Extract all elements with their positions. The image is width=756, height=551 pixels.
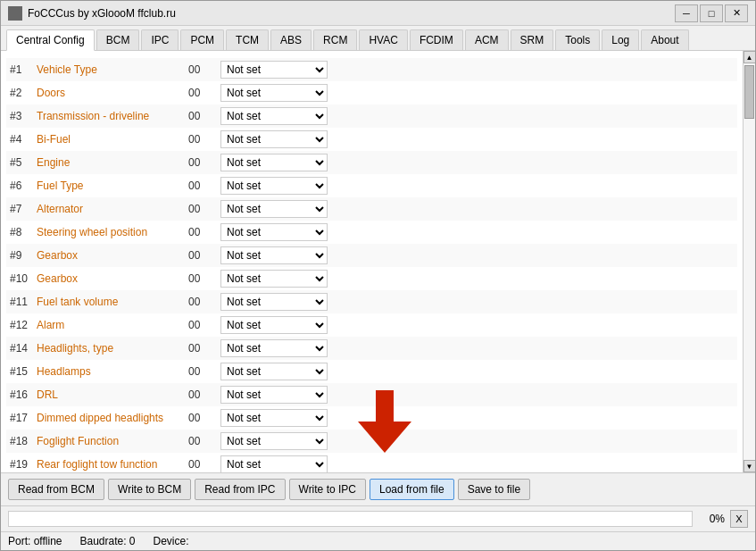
row-select[interactable]: Not setYesNo xyxy=(220,130,328,148)
table-row: #15Headlamps00Not setStandardAdaptive xyxy=(6,360,737,383)
row-label: Headlights, type xyxy=(37,342,188,355)
write-ipc-button[interactable]: Write to IPC xyxy=(289,479,366,500)
row-dropdown-container: Not setStandardHigh output xyxy=(220,200,734,218)
config-scroll[interactable]: #1Vehicle Type00Not setFiestaFocusMondeo… xyxy=(1,51,743,472)
tab-pcm[interactable]: PCM xyxy=(180,29,224,50)
row-number: #3 xyxy=(10,110,37,122)
tab-rcm[interactable]: RCM xyxy=(313,29,357,50)
row-label: Dimmed dipped headlights xyxy=(37,412,188,424)
row-select[interactable]: Not setHalogenXenonLED xyxy=(220,339,328,357)
tab-about[interactable]: About xyxy=(641,29,688,50)
row-number: #2 xyxy=(10,87,37,99)
row-label: Alarm xyxy=(37,319,188,331)
tab-acm[interactable]: ACM xyxy=(465,29,509,50)
row-select[interactable]: Not setFWDRWDAWD xyxy=(220,107,328,125)
progress-percent: 0% xyxy=(698,513,725,525)
row-select[interactable]: Not setNoneBasicAdvanced xyxy=(220,316,328,334)
read-bcm-button[interactable]: Read from BCM xyxy=(8,479,104,500)
window-title: FoCCCus by xGloooM ffclub.ru xyxy=(28,7,176,20)
table-row: #8Steering wheel position00Not setLHDRHD xyxy=(6,221,737,244)
title-bar-left: FoCCCus by xGloooM ffclub.ru xyxy=(8,6,176,21)
tab-central-config[interactable]: Central Config xyxy=(6,29,95,51)
tab-ipc[interactable]: IPC xyxy=(141,29,179,50)
row-select[interactable]: Not setFiestaFocusMondeo xyxy=(220,61,328,79)
row-select[interactable]: Not setYesNo xyxy=(220,409,328,427)
row-dropdown-container: Not setManualAutomatic xyxy=(220,270,734,288)
row-select[interactable]: Not setManualAutomatic xyxy=(220,246,328,264)
minimize-button[interactable]: ─ xyxy=(675,4,698,22)
row-hex-value: 00 xyxy=(188,110,220,122)
tab-bcm[interactable]: BCM xyxy=(96,29,140,50)
row-dropdown-container: Not setFWDRWDAWD xyxy=(220,107,734,125)
row-select[interactable]: Not setYesNo xyxy=(220,386,328,404)
config-area: #1Vehicle Type00Not setFiestaFocusMondeo… xyxy=(1,51,755,472)
row-hex-value: 00 xyxy=(188,272,220,285)
tab-tcm[interactable]: TCM xyxy=(226,29,269,50)
row-label: Transmission - driveline xyxy=(37,110,188,122)
row-select[interactable]: Not setLHDRHD xyxy=(220,223,328,241)
row-select[interactable]: Not setStandardAdaptive xyxy=(220,363,328,380)
table-row: #2Doors00Not set3-door5-door xyxy=(6,81,737,104)
baudrate-status: Baudrate: 0 xyxy=(79,535,135,547)
tab-log[interactable]: Log xyxy=(602,29,639,50)
row-select[interactable]: Not set45L55L70L xyxy=(220,293,328,311)
row-hex-value: 00 xyxy=(188,412,220,424)
maximize-button[interactable]: □ xyxy=(700,4,723,22)
row-dropdown-container: Not setYesNo xyxy=(220,130,734,148)
table-row: #1Vehicle Type00Not setFiestaFocusMondeo xyxy=(6,58,737,81)
row-number: #14 xyxy=(10,342,37,355)
main-window: FoCCCus by xGloooM ffclub.ru ─ □ ✕ Centr… xyxy=(0,0,756,551)
row-number: #8 xyxy=(10,226,37,238)
row-select[interactable]: Not set3-door5-door xyxy=(220,84,328,102)
row-label: Bi-Fuel xyxy=(37,133,188,146)
save-file-button[interactable]: Save to file xyxy=(458,479,530,500)
row-select[interactable]: Not setStandardHigh output xyxy=(220,200,328,218)
tab-abs[interactable]: ABS xyxy=(270,29,312,50)
row-select[interactable]: Not set1.01.62.0 xyxy=(220,154,328,171)
close-button[interactable]: ✕ xyxy=(725,4,748,22)
table-row: #5Engine00Not set1.01.62.0 xyxy=(6,151,737,174)
row-label: Fuel Type xyxy=(37,179,188,192)
row-label: Engine xyxy=(37,156,188,169)
scrollbar-down-button[interactable]: ▼ xyxy=(744,460,756,472)
row-dropdown-container: Not set3-door5-door xyxy=(220,84,734,102)
row-select[interactable]: Not setYesNo xyxy=(220,455,328,472)
row-hex-value: 00 xyxy=(188,226,220,238)
row-dropdown-container: Not setFiestaFocusMondeo xyxy=(220,61,734,79)
progress-close-button[interactable]: X xyxy=(730,510,748,528)
row-label: Gearbox xyxy=(37,272,188,285)
write-bcm-button[interactable]: Write to BCM xyxy=(108,479,191,500)
scrollbar-up-button[interactable]: ▲ xyxy=(744,51,756,63)
row-number: #17 xyxy=(10,412,37,424)
row-label: Alternator xyxy=(37,203,188,215)
tab-tools[interactable]: Tools xyxy=(555,29,600,50)
row-select[interactable]: Not setNoneFrontRearBoth xyxy=(220,432,328,450)
tab-hvac[interactable]: HVAC xyxy=(359,29,407,50)
row-label: Rear foglight tow function xyxy=(37,458,188,471)
row-hex-value: 00 xyxy=(188,63,220,76)
row-hex-value: 00 xyxy=(188,365,220,378)
row-label: Headlamps xyxy=(37,365,188,378)
table-row: #19Rear foglight tow function00Not setYe… xyxy=(6,453,737,472)
title-bar-controls: ─ □ ✕ xyxy=(675,4,748,22)
tab-srm[interactable]: SRM xyxy=(511,29,554,50)
row-hex-value: 00 xyxy=(188,296,220,308)
row-label: DRL xyxy=(37,388,188,401)
row-hex-value: 00 xyxy=(188,179,220,192)
row-number: #16 xyxy=(10,388,37,401)
progress-bar-container xyxy=(8,511,693,527)
table-row: #6Fuel Type00Not setPetrolDiesel xyxy=(6,174,737,197)
title-bar: FoCCCus by xGloooM ffclub.ru ─ □ ✕ xyxy=(1,1,755,26)
tab-fcdim[interactable]: FCDIM xyxy=(410,29,463,50)
row-select[interactable]: Not setPetrolDiesel xyxy=(220,177,328,195)
table-row: #18Foglight Function00Not setNoneFrontRe… xyxy=(6,430,737,453)
row-hex-value: 00 xyxy=(188,203,220,215)
row-dropdown-container: Not set1.01.62.0 xyxy=(220,154,734,171)
read-ipc-button[interactable]: Read from IPC xyxy=(195,479,285,500)
row-label: Fuel tank volume xyxy=(37,296,188,308)
scrollbar-thumb[interactable] xyxy=(744,65,754,119)
row-select[interactable]: Not setManualAutomatic xyxy=(220,270,328,288)
table-row: #14Headlights, type00Not setHalogenXenon… xyxy=(6,337,737,360)
row-label: Steering wheel position xyxy=(37,226,188,238)
load-file-button[interactable]: Load from file xyxy=(370,479,454,500)
